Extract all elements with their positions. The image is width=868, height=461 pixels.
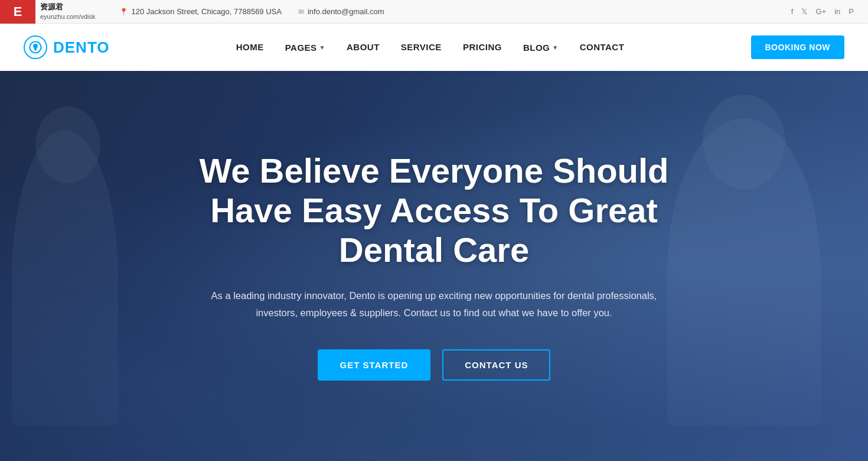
chevron-down-icon-blog: ▼ <box>552 44 558 51</box>
nav-link-blog[interactable]: BLOG ▼ <box>523 43 559 53</box>
nav-item-blog[interactable]: BLOG ▼ <box>523 43 559 53</box>
main-nav: HOME PAGES ▼ ABOUT SERVICE PRICING BLOG … <box>236 42 625 53</box>
contact-us-button[interactable]: CONTACT US <box>442 349 550 381</box>
nav-link-about[interactable]: ABOUT <box>347 42 380 52</box>
social-links: f 𝕏 G+ in P <box>791 7 854 16</box>
hero-left-silhouette <box>0 71 177 461</box>
nav-link-contact[interactable]: CONTACT <box>580 42 625 52</box>
brand-text: 资源君 eyunzhu.com/vdisk <box>40 2 96 21</box>
google-plus-link[interactable]: G+ <box>815 7 826 16</box>
nav-link-pages[interactable]: PAGES ▼ <box>285 43 325 53</box>
address-text: 120 Jackson Street, Chicago, 7788569 USA <box>132 7 282 16</box>
pinterest-link[interactable]: P <box>849 7 854 16</box>
brand-logo-box: E <box>0 0 35 24</box>
topbar-address: 📍 120 Jackson Street, Chicago, 7788569 U… <box>119 7 282 16</box>
brand-logo-letter: E <box>14 4 22 20</box>
hero-subtitle: As a leading industry innovator, Dento i… <box>204 287 664 320</box>
nav-item-about[interactable]: ABOUT <box>347 42 380 53</box>
topbar: E 资源君 eyunzhu.com/vdisk 📍 120 Jackson St… <box>0 0 868 24</box>
hero-title: We Believe Everyone Should Have Easy Acc… <box>192 151 676 270</box>
topbar-email: ✉ info.dento@gmail.com <box>298 7 384 16</box>
nav-link-service[interactable]: SERVICE <box>401 42 442 52</box>
facebook-link[interactable]: f <box>791 7 794 16</box>
email-text: info.dento@gmail.com <box>308 7 384 16</box>
brand-url: eyunzhu.com/vdisk <box>40 12 96 21</box>
email-icon: ✉ <box>298 8 304 16</box>
nav-item-contact[interactable]: CONTACT <box>580 42 625 53</box>
brand-name: 资源君 <box>40 2 96 12</box>
linkedin-link[interactable]: in <box>834 7 840 16</box>
hero-content: We Believe Everyone Should Have Easy Acc… <box>168 151 700 380</box>
hero-section: We Believe Everyone Should Have Easy Acc… <box>0 71 868 461</box>
navbar: DENTO HOME PAGES ▼ ABOUT SERVICE PRICING… <box>0 24 868 71</box>
topbar-left: E 资源君 eyunzhu.com/vdisk 📍 120 Jackson St… <box>0 0 384 24</box>
brand-tooth-icon <box>24 35 47 59</box>
navbar-brand[interactable]: DENTO <box>24 35 110 59</box>
chevron-down-icon: ▼ <box>319 44 325 51</box>
nav-item-pricing[interactable]: PRICING <box>463 42 502 53</box>
nav-item-home[interactable]: HOME <box>236 42 264 53</box>
location-icon: 📍 <box>119 8 128 16</box>
nav-item-service[interactable]: SERVICE <box>401 42 442 53</box>
hero-buttons: GET STARTED CONTACT US <box>192 349 676 381</box>
nav-item-pages[interactable]: PAGES ▼ <box>285 43 325 53</box>
nav-link-pricing[interactable]: PRICING <box>463 42 502 52</box>
twitter-link[interactable]: 𝕏 <box>801 7 807 16</box>
get-started-button[interactable]: GET STARTED <box>318 349 431 381</box>
booking-button[interactable]: BOOKING NOW <box>751 35 845 59</box>
nav-link-home[interactable]: HOME <box>236 42 264 52</box>
topbar-contact: 📍 120 Jackson Street, Chicago, 7788569 U… <box>119 7 384 16</box>
brand-name-label: DENTO <box>53 38 110 57</box>
